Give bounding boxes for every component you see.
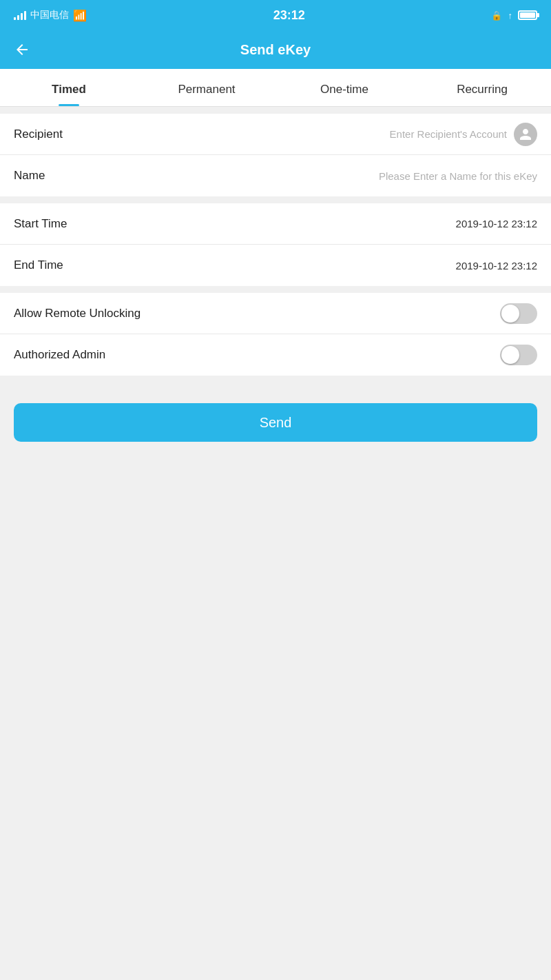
tab-timed[interactable]: Timed: [0, 69, 138, 106]
start-time-row[interactable]: Start Time 2019-10-12 23:12: [0, 203, 551, 245]
toggles-section: Allow Remote Unlocking Authorized Admin: [0, 293, 551, 376]
status-time: 23:12: [273, 8, 305, 23]
bottom-area: [0, 462, 551, 738]
toggle-knob-2: [501, 346, 519, 364]
send-button[interactable]: Send: [14, 403, 537, 442]
end-time-value-area: 2019-10-12 23:12: [110, 260, 537, 272]
authorized-admin-row: Authorized Admin: [0, 334, 551, 376]
remote-unlocking-toggle[interactable]: [500, 303, 537, 324]
remote-unlocking-label: Allow Remote Unlocking: [14, 307, 141, 320]
battery-fill: [520, 12, 535, 18]
recipient-input-area[interactable]: Enter Recipient's Account: [110, 123, 537, 146]
battery-icon: [518, 10, 537, 20]
recipient-placeholder: Enter Recipient's Account: [390, 128, 507, 140]
page-title: Send eKey: [240, 42, 311, 58]
wifi-icon: 📶: [73, 9, 87, 22]
carrier-name: 中国电信: [30, 9, 69, 21]
tab-recurring[interactable]: Recurring: [413, 69, 551, 106]
recipient-name-section: Recipient Enter Recipient's Account Name…: [0, 114, 551, 196]
back-button[interactable]: [14, 41, 30, 58]
name-label: Name: [14, 169, 110, 183]
start-time-value-area: 2019-10-12 23:12: [110, 218, 537, 229]
end-time-value: 2019-10-12 23:12: [456, 260, 537, 272]
name-row: Name Please Enter a Name for this eKey: [0, 155, 551, 196]
start-time-value: 2019-10-12 23:12: [456, 218, 537, 229]
header: Send eKey: [0, 30, 551, 69]
authorized-admin-toggle[interactable]: [500, 345, 537, 365]
remote-toggle-area[interactable]: [141, 303, 537, 324]
lock-icon: 🔒: [491, 10, 502, 21]
signal-icon: [14, 10, 26, 20]
time-section: Start Time 2019-10-12 23:12 End Time 201…: [0, 203, 551, 286]
contact-picker-button[interactable]: [514, 123, 537, 146]
start-time-label: Start Time: [14, 217, 110, 231]
recipient-row: Recipient Enter Recipient's Account: [0, 114, 551, 155]
status-right: 🔒 ↑: [491, 10, 537, 21]
end-time-row[interactable]: End Time 2019-10-12 23:12: [0, 245, 551, 286]
admin-toggle-area[interactable]: [110, 345, 537, 365]
tabs-container: Timed Permanent One-time Recurring: [0, 69, 551, 107]
send-section: Send: [0, 382, 551, 462]
status-left: 中国电信 📶: [14, 9, 87, 22]
authorized-admin-label: Authorized Admin: [14, 348, 110, 362]
name-input-area[interactable]: Please Enter a Name for this eKey: [110, 170, 537, 182]
status-bar: 中国电信 📶 23:12 🔒 ↑: [0, 0, 551, 30]
location-icon: ↑: [508, 10, 512, 21]
recipient-label: Recipient: [14, 127, 110, 141]
tab-permanent[interactable]: Permanent: [138, 69, 276, 106]
end-time-label: End Time: [14, 258, 110, 272]
name-placeholder: Please Enter a Name for this eKey: [379, 170, 537, 182]
remote-unlocking-row: Allow Remote Unlocking: [0, 293, 551, 334]
toggle-knob: [501, 305, 519, 323]
tab-onetime[interactable]: One-time: [276, 69, 413, 106]
